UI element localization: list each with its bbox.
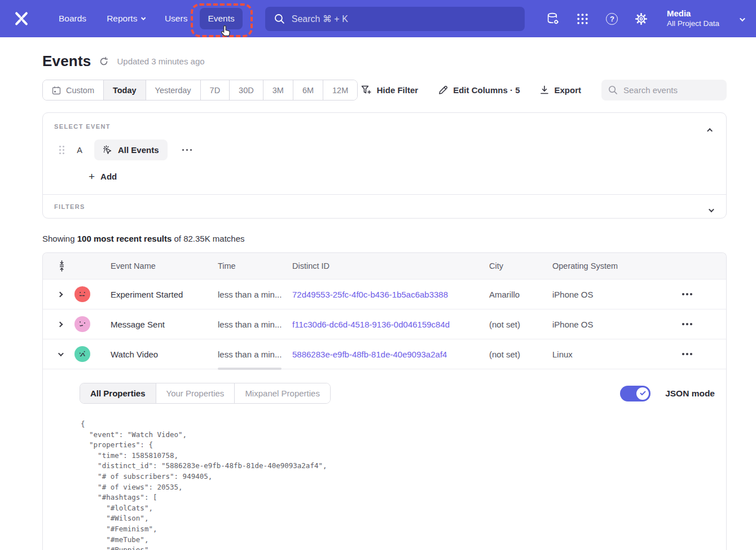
- plus-icon: [89, 171, 95, 182]
- tab-your-properties[interactable]: Your Properties: [156, 383, 235, 403]
- table-row[interactable]: Experiment Started less than a min... 72…: [43, 279, 726, 309]
- column-header-os: Operating System: [552, 261, 660, 270]
- event-selector-button[interactable]: All Events: [94, 139, 168, 160]
- search-events-input[interactable]: Search events: [601, 80, 727, 101]
- expand-filters-button[interactable]: [709, 204, 713, 215]
- chevron-right-icon: [58, 291, 63, 297]
- edit-columns-button[interactable]: Edit Columns · 5: [438, 85, 520, 95]
- pencil-icon: [438, 85, 448, 95]
- event-detail-panel: All Properties Your Properties Mixpanel …: [43, 369, 726, 550]
- event-avatar: [74, 316, 90, 332]
- last-updated-text: Updated 3 minutes ago: [117, 56, 204, 66]
- date-range-3m[interactable]: 3M: [263, 80, 293, 100]
- nav-item-users[interactable]: Users: [157, 8, 195, 29]
- global-search-placeholder: Search ⌘ + K: [292, 14, 348, 24]
- date-range-7d[interactable]: 7D: [201, 80, 230, 100]
- distinct-id-link[interactable]: 5886283e-e9fb-48fb-81de-40e9093a2af4: [292, 350, 489, 359]
- time-cell: less than a min...: [218, 320, 292, 329]
- chevron-down-icon: [142, 16, 146, 20]
- nav-item-reports[interactable]: Reports: [99, 8, 152, 29]
- date-range-custom[interactable]: Custom: [43, 80, 104, 100]
- json-mode-toggle[interactable]: [620, 386, 650, 401]
- date-range-yesterday[interactable]: Yesterday: [146, 80, 201, 100]
- tab-all-properties[interactable]: All Properties: [80, 383, 156, 403]
- row-more-options-icon[interactable]: [679, 290, 696, 299]
- collapse-section-button[interactable]: [709, 124, 713, 134]
- hide-filter-button[interactable]: Hide Filter: [361, 85, 418, 95]
- city-cell: (not set): [489, 320, 552, 329]
- date-range-6m[interactable]: 6M: [293, 80, 323, 100]
- data-management-icon[interactable]: [546, 11, 561, 26]
- column-header-city: City: [489, 261, 552, 270]
- search-events-placeholder: Search events: [623, 85, 678, 95]
- table-header-row: Event Name Time Distinct ID City Operati…: [43, 253, 726, 279]
- expand-row-button[interactable]: [54, 322, 74, 326]
- event-json-payload: { "event": "Watch Video", "properties": …: [81, 419, 715, 550]
- event-name-cell: Experiment Started: [111, 290, 218, 299]
- collapse-row-button[interactable]: [54, 352, 74, 356]
- row-more-options-icon[interactable]: [679, 320, 696, 329]
- distinct-id-link[interactable]: 72d49553-25fc-4f0c-b436-1b5ac6ab3388: [292, 290, 489, 299]
- refresh-icon[interactable]: [99, 56, 109, 67]
- settings-gear-icon[interactable]: [634, 11, 649, 26]
- chevron-right-icon: [58, 321, 63, 327]
- os-cell: iPhone OS: [552, 290, 660, 299]
- distinct-id-link[interactable]: f11c30d6-dc6d-4518-9136-0d046159c84d: [292, 320, 489, 329]
- top-navigation: Boards Reports Users Events Search ⌘ + K: [0, 0, 756, 37]
- table-row[interactable]: Message Sent less than a min... f11c30d6…: [43, 309, 726, 339]
- export-button[interactable]: Export: [540, 85, 581, 95]
- date-range-selector: Custom Today Yesterday 7D 30D 3M 6M 12M: [42, 80, 358, 101]
- column-header-event-name: Event Name: [111, 261, 218, 270]
- os-cell: iPhone OS: [552, 320, 660, 329]
- city-cell: Amarillo: [489, 290, 552, 299]
- workspace-name: Media: [667, 8, 719, 19]
- download-icon: [540, 85, 549, 95]
- nav-item-boards[interactable]: Boards: [51, 8, 94, 29]
- events-table: Event Name Time Distinct ID City Operati…: [42, 252, 727, 550]
- results-summary: Showing 100 most recent results of 82.35…: [42, 234, 727, 243]
- time-cell: less than a min...: [218, 350, 292, 359]
- drag-handle-icon[interactable]: [59, 146, 65, 155]
- mixpanel-logo[interactable]: [11, 8, 32, 29]
- collapse-rows-icon[interactable]: [54, 260, 74, 272]
- expand-row-button[interactable]: [54, 293, 74, 296]
- page-title: Events: [42, 53, 91, 70]
- chevron-down-icon: [740, 16, 745, 21]
- date-range-30d[interactable]: 30D: [230, 80, 263, 100]
- primary-nav: Boards Reports Users Events: [49, 8, 245, 29]
- json-mode-label: JSON mode: [665, 389, 715, 399]
- workspace-project: All Project Data: [667, 19, 719, 29]
- checkmark-icon: [640, 391, 646, 396]
- event-selector-label: All Events: [118, 145, 159, 155]
- time-cell: less than a min...: [218, 290, 292, 299]
- event-avatar: [74, 286, 90, 302]
- event-name-cell: Message Sent: [111, 320, 218, 329]
- search-icon: [274, 14, 285, 24]
- date-range-today[interactable]: Today: [104, 80, 146, 100]
- table-row-expanded[interactable]: Watch Video less than a min... 5886283e-…: [43, 339, 726, 369]
- help-icon[interactable]: [605, 11, 619, 26]
- select-event-label: SELECT EVENT: [54, 123, 715, 130]
- cursor-hand-icon: [220, 25, 232, 38]
- add-event-button[interactable]: Add: [89, 171, 715, 182]
- city-cell: (not set): [489, 350, 552, 359]
- apps-grid-icon[interactable]: [575, 11, 590, 26]
- workspace-switcher[interactable]: Media All Project Data: [667, 8, 719, 29]
- search-icon: [608, 85, 618, 95]
- global-search-input[interactable]: Search ⌘ + K: [265, 7, 525, 31]
- column-header-distinct-id: Distinct ID: [292, 261, 489, 270]
- properties-tabs: All Properties Your Properties Mixpanel …: [80, 383, 331, 404]
- funnel-plus-icon: [361, 85, 372, 95]
- filters-label: FILTERS: [54, 203, 715, 210]
- row-more-options-icon[interactable]: [679, 350, 696, 359]
- event-name-cell: Watch Video: [111, 350, 218, 359]
- date-range-12m[interactable]: 12M: [323, 80, 357, 100]
- more-options-icon[interactable]: [179, 146, 196, 155]
- events-page: Events Updated 3 minutes ago Custom Toda…: [0, 37, 756, 550]
- tab-mixpanel-properties[interactable]: Mixpanel Properties: [235, 383, 330, 403]
- step-letter: A: [76, 146, 83, 155]
- calendar-icon: [52, 86, 61, 95]
- query-builder-card: SELECT EVENT A All Events Add: [42, 112, 727, 219]
- event-avatar: [74, 346, 90, 362]
- horizontal-scrollbar-thumb[interactable]: [218, 368, 282, 370]
